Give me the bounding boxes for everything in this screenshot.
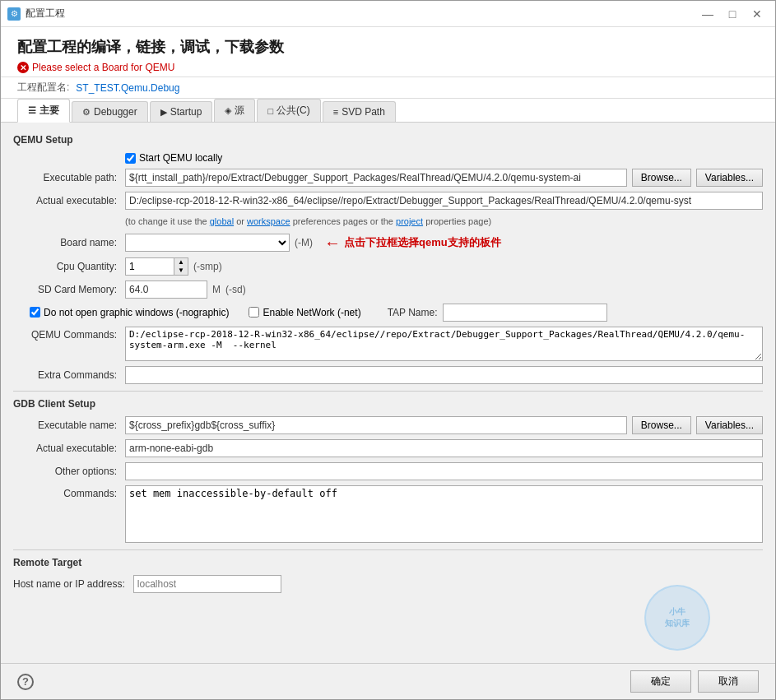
- options-row: Do not open graphic windows (-nographic)…: [30, 304, 763, 322]
- pref-global-link[interactable]: global: [210, 216, 234, 226]
- title-bar-buttons: — □ ✕: [696, 4, 769, 24]
- qemu-section-title: QEMU Setup: [13, 134, 763, 146]
- error-message: ✕ Please select a Board for QEMU: [17, 62, 759, 73]
- gdb-actual-executable-group: Actual executable:: [13, 439, 763, 457]
- tap-name-group: TAP Name:: [388, 304, 607, 322]
- cancel-button[interactable]: 取消: [698, 670, 759, 693]
- actual-executable-label: Actual executable:: [13, 195, 120, 206]
- title-bar: ⚙ 配置工程 — □ ✕: [1, 1, 775, 27]
- sd-card-suffix: (-sd): [225, 284, 246, 295]
- scroll-area: QEMU Setup Start QEMU locally Executable…: [1, 123, 775, 663]
- sd-card-unit: M: [212, 284, 221, 295]
- section-divider-2: [13, 549, 763, 550]
- executable-path-group: Executable path: Browse... Variables...: [13, 169, 763, 187]
- tab-source-label: 源: [235, 104, 244, 118]
- cpu-quantity-spinner-btns: ▲ ▼: [174, 257, 188, 276]
- no-graphic-checkbox[interactable]: [30, 307, 40, 318]
- gdb-executable-label: Executable name:: [13, 420, 120, 431]
- tab-main[interactable]: ☰ 主要: [17, 99, 70, 123]
- tab-startup-icon: ▶: [160, 107, 167, 118]
- confirm-button[interactable]: 确定: [630, 670, 691, 693]
- close-button[interactable]: ✕: [746, 4, 769, 24]
- cpu-quantity-down[interactable]: ▼: [174, 267, 188, 275]
- footer-bar: ? 确定 取消: [1, 663, 775, 699]
- bottom-padding: [13, 598, 763, 631]
- qemu-commands-textarea[interactable]: [125, 327, 763, 361]
- pref-project-link[interactable]: project: [396, 216, 423, 226]
- tab-debugger[interactable]: ⚙ Debugger: [72, 101, 148, 122]
- extra-commands-group: Extra Commands:: [13, 366, 763, 384]
- window-title: 配置工程: [26, 7, 65, 21]
- tap-name-input[interactable]: [443, 304, 607, 322]
- board-m-suffix: (-M): [295, 237, 313, 248]
- footer-buttons: 确定 取消: [630, 670, 759, 693]
- tabs-bar: ☰ 主要 ⚙ Debugger ▶ Startup ◈ 源 □ 公共(C) ≡ …: [1, 99, 775, 123]
- minimize-button[interactable]: —: [696, 4, 719, 24]
- section-divider-1: [13, 391, 763, 392]
- tab-svd[interactable]: ≡ SVD Path: [323, 101, 396, 122]
- no-graphic-group: Do not open graphic windows (-nographic): [30, 307, 229, 318]
- cpu-quantity-group: Cpu Quantity: ▲ ▼ (-smp): [13, 257, 763, 276]
- start-qemu-group: Start QEMU locally: [13, 152, 763, 164]
- executable-browse-button[interactable]: Browse...: [632, 169, 691, 187]
- gdb-executable-input[interactable]: [125, 416, 627, 434]
- app-icon: ⚙: [7, 7, 21, 21]
- title-bar-left: ⚙ 配置工程: [7, 7, 65, 21]
- sd-card-label: SD Card Memory:: [13, 284, 120, 295]
- tab-debugger-label: Debugger: [94, 106, 137, 118]
- host-name-input[interactable]: [133, 575, 281, 593]
- arrow-icon: ←: [324, 234, 341, 253]
- cpu-quantity-label: Cpu Quantity:: [13, 261, 120, 272]
- pref-middle: preferences pages or the: [293, 216, 393, 226]
- executable-variables-button[interactable]: Variables...: [696, 169, 763, 187]
- enable-network-checkbox[interactable]: [249, 307, 259, 318]
- tab-startup[interactable]: ▶ Startup: [150, 101, 213, 122]
- tab-startup-label: Startup: [170, 106, 202, 118]
- executable-path-input[interactable]: [125, 169, 627, 187]
- config-name-label: 工程配置名:: [17, 81, 69, 95]
- gdb-actual-input[interactable]: [125, 439, 763, 457]
- cpu-quantity-input[interactable]: [125, 257, 174, 276]
- tab-source[interactable]: ◈ 源: [214, 99, 255, 122]
- main-window: ⚙ 配置工程 — □ ✕ 配置工程的编译，链接，调试，下载参数 ✕ Please…: [0, 0, 776, 700]
- gdb-commands-label: Commands:: [13, 485, 120, 499]
- cpu-quantity-up[interactable]: ▲: [174, 258, 188, 267]
- gdb-section-title: GDB Client Setup: [13, 398, 763, 410]
- tab-svd-icon: ≡: [333, 107, 338, 117]
- gdb-variables-button[interactable]: Variables...: [696, 416, 763, 434]
- pref-end: properties page): [425, 216, 491, 226]
- gdb-actual-label: Actual executable:: [13, 443, 120, 454]
- extra-commands-input[interactable]: [125, 366, 763, 384]
- start-qemu-checkbox[interactable]: [125, 153, 136, 164]
- remote-target-title: Remote Target: [13, 557, 763, 568]
- enable-network-group: Enable NetWork (-net): [249, 307, 360, 318]
- qemu-commands-label: QEMU Commands:: [13, 327, 120, 341]
- tab-common-label: 公共(C): [276, 104, 310, 118]
- gdb-commands-group: Commands:: [13, 485, 763, 543]
- pref-text: (to change it use the global or workspac…: [125, 215, 763, 229]
- board-name-select[interactable]: [125, 234, 290, 252]
- other-options-label: Other options:: [13, 466, 120, 477]
- other-options-input[interactable]: [125, 462, 763, 480]
- gdb-executable-group: Executable name: Browse... Variables...: [13, 416, 763, 434]
- error-icon: ✕: [17, 62, 29, 73]
- maximize-button[interactable]: □: [721, 4, 744, 24]
- config-name-bar: 工程配置名: ST_TEST.Qemu.Debug: [1, 76, 775, 99]
- help-button[interactable]: ?: [17, 674, 34, 690]
- start-qemu-label: Start QEMU locally: [139, 152, 222, 164]
- enable-network-label: Enable NetWork (-net): [263, 307, 360, 318]
- host-name-group: Host name or IP address:: [13, 575, 763, 593]
- tab-common[interactable]: □ 公共(C): [257, 99, 320, 122]
- tab-svd-label: SVD Path: [342, 106, 385, 118]
- executable-path-label: Executable path:: [13, 172, 120, 183]
- pref-or: or: [236, 216, 244, 226]
- gdb-browse-button[interactable]: Browse...: [632, 416, 691, 434]
- tab-common-icon: □: [267, 106, 273, 116]
- gdb-commands-textarea[interactable]: [125, 485, 763, 543]
- actual-executable-input[interactable]: [125, 192, 763, 210]
- pref-text-before: (to change it use the: [125, 216, 207, 226]
- board-name-group: Board name: (-M) ← 点击下拉框选择qemu支持的板件: [13, 234, 763, 253]
- pref-workspace-link[interactable]: workspace: [247, 216, 290, 226]
- tab-debugger-icon: ⚙: [82, 107, 91, 118]
- sd-card-input[interactable]: [125, 280, 207, 299]
